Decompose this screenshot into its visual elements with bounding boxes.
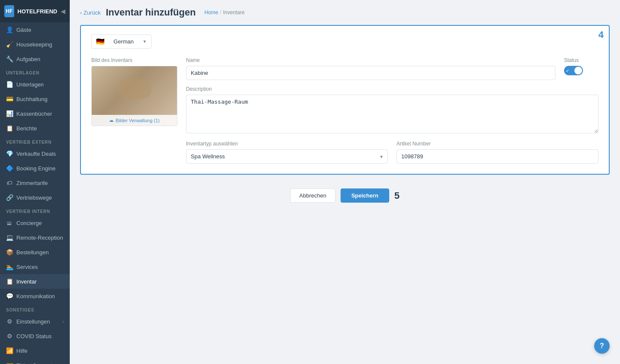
sidebar-item-label: Housekeeping — [16, 41, 52, 48]
logo-text: HOTELFRIEND — [18, 8, 57, 15]
vertrieb-icon: 🔗 — [6, 194, 13, 201]
booking-icon: 🔷 — [6, 165, 13, 172]
sidebar-item-label: Berichte — [16, 125, 37, 132]
sidebar-logo: HF HOTELFRIEND ◀ — [0, 0, 70, 22]
sidebar-item-booking-engine[interactable]: 🔷 Booking Engine — [0, 161, 70, 176]
breadcrumb-home[interactable]: Home — [205, 9, 218, 15]
sidebar-item-hilfe[interactable]: 📶 Hilfe — [0, 343, 70, 358]
fields-column: Name Status ✓ Descriptio — [186, 57, 598, 163]
name-input[interactable] — [186, 66, 555, 80]
image-column: Bild des Inventars ☁ Bilder Verwaltung (… — [91, 57, 177, 163]
sidebar-item-label: Bestellungen — [16, 249, 49, 256]
gaeste-icon: 👤 — [6, 26, 13, 33]
name-label: Name — [186, 57, 555, 63]
sidebar-item-label: Kommunikation — [16, 293, 55, 299]
ticket-icon: 🎫 — [6, 362, 13, 364]
sidebar-item-remote-reception[interactable]: 💻 Remote-Reception — [0, 230, 70, 245]
unterlagen-icon: 📄 — [6, 81, 13, 88]
buchhaltung-icon: 💳 — [6, 96, 13, 102]
sidebar-item-berichte[interactable]: 📋 Berichte — [0, 121, 70, 136]
action-step-indicator: 5 — [394, 190, 400, 201]
sidebar-item-kassenbuecher[interactable]: 📊 Kassenbücher — [0, 106, 70, 121]
image-overlay-text: Bilder Verwaltung (1) — [115, 118, 159, 123]
sidebar-item-label: Concierge — [16, 220, 42, 226]
page-title: Inventar hinzufügen — [106, 7, 196, 18]
sidebar-item-vertriebswege[interactable]: 🔗 Vertriebswege — [0, 190, 70, 205]
help-button[interactable]: ? — [594, 338, 610, 354]
image-label: Bild des Inventars — [91, 57, 177, 63]
language-selector[interactable]: 🇩🇪 German ▼ — [91, 34, 152, 49]
sidebar-item-covid-status[interactable]: ⚙ COVID Status — [0, 329, 70, 343]
sidebar-item-label: Booking Engine — [16, 165, 56, 172]
chevron-right-icon: › — [62, 319, 64, 324]
sidebar-item-concierge[interactable]: 🛎 Concierge — [0, 216, 70, 230]
image-overlay: ☁ Bilder Verwaltung (1) — [92, 115, 177, 126]
lang-flag: 🇩🇪 — [96, 37, 105, 46]
inventory-type-field-group: Inventartyp auswählen Spa Wellness ▼ — [186, 141, 388, 163]
image-upload-box[interactable]: ☁ Bilder Verwaltung (1) — [91, 66, 177, 126]
save-button[interactable]: Speichern — [341, 188, 389, 203]
logo-icon: HF — [4, 5, 14, 17]
toggle-check-icon: ✓ — [566, 68, 569, 73]
sidebar-item-inventar[interactable]: 📋 Inventar — [0, 274, 70, 289]
sidebar-item-zimmertarife[interactable]: 🏷 Zimmertarife — [0, 176, 70, 190]
hilfe-icon: 📶 — [6, 347, 13, 354]
sidebar-item-label: Einstellungen — [16, 318, 50, 325]
sidebar-item-label: Services — [16, 264, 38, 270]
berichte-icon: 📋 — [6, 125, 13, 132]
status-field-group: Status ✓ — [564, 57, 598, 80]
sidebar-item-unterlagen[interactable]: 📄 Unterlagen — [0, 77, 70, 92]
sidebar-item-label: COVID Status — [16, 333, 52, 339]
sidebar-item-buchhaltung[interactable]: 💳 Buchhaltung — [0, 92, 70, 106]
zimmer-icon: 🏷 — [6, 179, 13, 186]
sidebar-item-label: Vertriebswege — [16, 194, 52, 201]
form-body: Bild des Inventars ☁ Bilder Verwaltung (… — [91, 57, 598, 163]
inventory-type-select[interactable]: Spa Wellness — [186, 149, 388, 163]
sidebar-item-label: Zimmertarife — [16, 180, 48, 186]
section-sonstiges: SONSTIGES — [0, 303, 70, 314]
inventory-type-label: Inventartyp auswählen — [186, 141, 388, 147]
einstellungen-icon: ⚙ — [6, 318, 13, 325]
status-label: Status — [564, 57, 598, 63]
back-link[interactable]: ‹ Zurück — [80, 9, 101, 16]
housekeeping-icon: 🧹 — [6, 41, 13, 48]
description-textarea[interactable]: Thai-Massage-Raum — [186, 95, 598, 133]
lang-name: German — [114, 38, 134, 45]
sidebar: HF HOTELFRIEND ◀ 👤 Gäste 🧹 Housekeeping … — [0, 0, 70, 364]
toggle-wrapper: ✓ — [564, 66, 598, 75]
inventar-icon: 📋 — [6, 278, 13, 285]
sidebar-item-services[interactable]: 🏊 Services — [0, 259, 70, 274]
sidebar-item-verkaufte-deals[interactable]: 💎 Verkaufte Deals — [0, 146, 70, 161]
form-step-indicator: 4 — [598, 29, 604, 40]
description-label: Description — [186, 86, 598, 92]
kassenbuecher-icon: 📊 — [6, 110, 13, 117]
bottom-fields-row: Inventartyp auswählen Spa Wellness ▼ Art… — [186, 141, 598, 163]
bestellungen-icon: 📦 — [6, 249, 13, 256]
breadcrumb: Home / Inventare — [205, 9, 245, 15]
sidebar-item-label: Verkaufte Deals — [16, 151, 56, 157]
action-row: Abbrechen Speichern 5 — [70, 188, 620, 203]
sidebar-item-label: Unterlagen — [16, 81, 44, 88]
sidebar-item-gaeste[interactable]: 👤 Gäste — [0, 22, 70, 37]
sidebar-collapse-icon[interactable]: ◀ — [61, 8, 65, 15]
cancel-button[interactable]: Abbrechen — [290, 188, 335, 203]
sidebar-item-kommunikation[interactable]: 💬 Kommunikation — [0, 289, 70, 303]
description-field-group: Description Thai-Massage-Raum — [186, 86, 598, 135]
sidebar-item-bestellungen[interactable]: 📦 Bestellungen — [0, 245, 70, 259]
sidebar-item-label: Aufgaben — [16, 56, 40, 62]
artikel-input[interactable] — [397, 149, 598, 163]
sidebar-item-ticket-support[interactable]: 🎫 Ticket Support — [0, 358, 70, 364]
deals-icon: 💎 — [6, 150, 13, 157]
status-toggle[interactable]: ✓ — [564, 66, 583, 75]
inventory-type-select-wrapper: Spa Wellness ▼ — [186, 149, 388, 163]
section-vertrieb-extern: VERTRIEB EXTERN — [0, 136, 70, 146]
toggle-knob — [574, 67, 582, 74]
concierge-icon: 🛎 — [6, 219, 13, 226]
form-card: 4 🇩🇪 German ▼ Bild des Inventars ☁ Bilde… — [80, 25, 610, 175]
sidebar-item-housekeeping[interactable]: 🧹 Housekeeping — [0, 37, 70, 52]
sidebar-item-label: Ticket Support — [16, 362, 52, 364]
main-content: ‹ Zurück Inventar hinzufügen Home / Inve… — [70, 0, 620, 364]
sidebar-item-aufgaben[interactable]: 🔧 Aufgaben — [0, 52, 70, 66]
sidebar-item-einstellungen[interactable]: ⚙ Einstellungen › — [0, 314, 70, 329]
covid-icon: ⚙ — [6, 333, 13, 339]
